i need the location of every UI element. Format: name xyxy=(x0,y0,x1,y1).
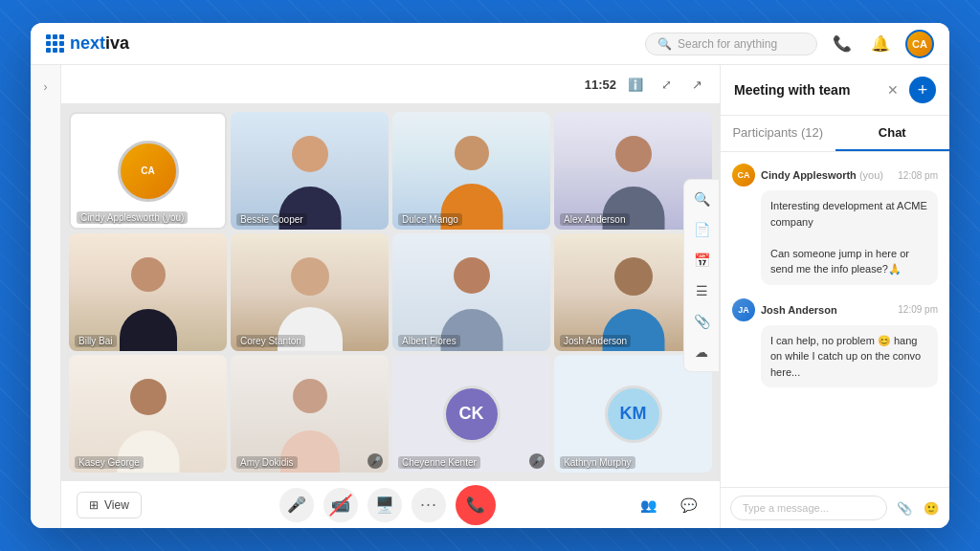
participant-face: CK xyxy=(392,355,550,473)
participants-button[interactable]: 👥 xyxy=(634,490,664,520)
participant-label: Bessie Cooper xyxy=(236,213,307,226)
topbar-icons: 📞 🔔 CA xyxy=(829,30,934,58)
nav-search-icon[interactable]: 🔍 xyxy=(688,186,715,212)
chat-input-area: 📎 🙂 ➤ xyxy=(721,487,949,528)
participant-label: Billy Bai xyxy=(75,335,117,347)
participant-label: Cindy Applesworth (you) xyxy=(77,211,188,224)
video-cell: Kasey George xyxy=(69,355,227,473)
chat-bubble: I can help, no problem 😊 hang on while I… xyxy=(761,325,938,388)
info-icon[interactable]: ℹ️ xyxy=(624,73,647,96)
mute-icon: 🎤 xyxy=(529,453,545,469)
participant-label: Alex Anderson xyxy=(560,213,630,226)
right-nav-icons: 🔍 📄 📅 ☰ 📎 ☁ xyxy=(683,179,719,372)
nav-calendar-icon[interactable]: 📅 xyxy=(688,247,715,274)
participant-face: KM xyxy=(554,355,712,473)
toolbar-center: 🎤 📹 🖥️ ··· 📞 xyxy=(279,485,496,525)
chat-input[interactable] xyxy=(730,496,887,520)
chat-avatar: CA xyxy=(732,164,755,187)
chat-message-header: JA Josh Anderson 12:09 pm xyxy=(732,298,938,321)
send-button[interactable]: ➤ xyxy=(947,496,949,519)
app-window: nextiva 🔍 Search for anything 📞 🔔 CA › 1… xyxy=(31,23,949,528)
avatar: CK xyxy=(443,386,501,443)
video-header: 11:52 ℹ️ ⤢ ↗ xyxy=(61,65,720,104)
participant-label: Kasey George xyxy=(75,456,144,469)
add-button[interactable]: + xyxy=(909,77,936,103)
participant-label: Amy Dokidis xyxy=(236,456,298,469)
participant-label: Corey Stanton xyxy=(236,335,305,347)
chat-message: JA Josh Anderson 12:09 pm I can help, no… xyxy=(732,298,938,388)
video-cell: Albert Flores xyxy=(392,233,550,351)
expand-icon[interactable]: ⤢ xyxy=(655,73,678,96)
chat-bubble: Interesting development at ACME company … xyxy=(761,190,938,285)
search-bar[interactable]: 🔍 Search for anything xyxy=(645,33,817,55)
video-cell: KM Kathryn Murphy xyxy=(554,355,712,473)
avatar: CA xyxy=(118,141,179,202)
nav-attachment-icon[interactable]: 📎 xyxy=(688,308,715,335)
video-header-icons: ℹ️ ⤢ ↗ xyxy=(624,73,708,96)
external-icon[interactable]: ↗ xyxy=(685,73,708,96)
nav-cloud-icon[interactable]: ☁ xyxy=(688,339,715,365)
screen-share-button[interactable]: 🖥️ xyxy=(368,488,402,522)
view-icon: ⊞ xyxy=(89,498,99,512)
panel-title: Meeting with team xyxy=(734,82,850,98)
chat-time: 12:08 pm xyxy=(898,170,938,181)
right-panel: Meeting with team ✕ + Participants (12) … xyxy=(720,65,949,528)
logo: nextiva xyxy=(70,33,129,54)
chat-area: CA Cindy Applesworth (you) 12:08 pm Inte… xyxy=(721,152,949,487)
chat-time: 12:09 pm xyxy=(898,304,938,315)
video-cell: Bessie Cooper xyxy=(231,112,389,230)
toolbar-right: 👥 💬 xyxy=(634,490,704,520)
more-button[interactable]: ··· xyxy=(412,488,446,522)
logo-area: nextiva xyxy=(46,33,129,54)
participant-label: Kathryn Murphy xyxy=(560,456,635,469)
search-icon: 🔍 xyxy=(657,37,672,51)
sidebar-toggle[interactable]: › xyxy=(35,77,56,98)
close-button[interactable]: ✕ xyxy=(882,79,903,100)
view-button[interactable]: ⊞ View xyxy=(77,492,142,518)
participant-label: Dulce Mango xyxy=(398,213,462,226)
video-cell: CA Cindy Applesworth (you) xyxy=(69,112,227,230)
end-call-button[interactable]: 📞 xyxy=(456,485,496,525)
video-cell: Billy Bai xyxy=(69,233,227,351)
emoji-icon[interactable]: 🙂 xyxy=(920,496,943,519)
video-cell: Dulce Mango xyxy=(392,112,550,230)
meeting-time: 11:52 xyxy=(585,77,616,92)
toolbar-left: ⊞ View xyxy=(77,492,142,518)
nav-list-icon[interactable]: ☰ xyxy=(688,277,715,304)
video-cell: Corey Stanton xyxy=(231,233,389,351)
chat-message-header: CA Cindy Applesworth (you) 12:08 pm xyxy=(732,164,938,187)
video-toolbar: ⊞ View 🎤 📹 🖥️ ··· 📞 👥 💬 xyxy=(61,480,720,528)
chat-input-icons: 📎 🙂 ➤ xyxy=(893,496,949,519)
chat-message: CA Cindy Applesworth (you) 12:08 pm Inte… xyxy=(732,164,938,285)
participant-label: Josh Anderson xyxy=(560,335,631,347)
nav-document-icon[interactable]: 📄 xyxy=(688,216,715,243)
video-area: 11:52 ℹ️ ⤢ ↗ CA Cindy Applesworth (you) xyxy=(61,65,720,528)
chat-toggle-button[interactable]: 💬 xyxy=(674,490,704,520)
participant-label: Albert Flores xyxy=(398,335,460,347)
tab-participants[interactable]: Participants (12) xyxy=(721,116,835,151)
mute-icon: 🎤 xyxy=(368,453,383,469)
user-avatar[interactable]: CA xyxy=(905,30,934,58)
chat-sender: Josh Anderson xyxy=(761,304,837,316)
camera-button[interactable]: 📹 xyxy=(323,488,358,522)
grid-icon[interactable] xyxy=(46,34,64,53)
video-cell: Amy Dokidis 🎤 xyxy=(231,355,389,473)
view-label: View xyxy=(104,498,129,512)
attachment-icon[interactable]: 📎 xyxy=(893,496,916,519)
participant-label: Cheyenne Kenter xyxy=(398,456,480,469)
bell-icon[interactable]: 🔔 xyxy=(867,31,894,57)
main-content: › 11:52 ℹ️ ⤢ ↗ CA xyxy=(31,65,949,528)
phone-icon[interactable]: 📞 xyxy=(829,31,856,57)
chat-avatar: JA xyxy=(732,298,755,321)
panel-tabs: Participants (12) Chat xyxy=(721,116,949,152)
avatar: KM xyxy=(605,386,662,443)
chat-sender: Cindy Applesworth (you) xyxy=(761,169,883,181)
search-placeholder: Search for anything xyxy=(678,37,777,51)
left-sidebar: › xyxy=(31,65,61,528)
video-grid: CA Cindy Applesworth (you) Bessie Cooper xyxy=(61,104,720,480)
video-cell: CK Cheyenne Kenter 🎤 xyxy=(392,355,550,473)
topbar: nextiva 🔍 Search for anything 📞 🔔 CA xyxy=(31,23,949,65)
panel-header: Meeting with team ✕ + xyxy=(721,65,949,116)
mic-button[interactable]: 🎤 xyxy=(279,488,314,522)
tab-chat[interactable]: Chat xyxy=(835,116,950,151)
